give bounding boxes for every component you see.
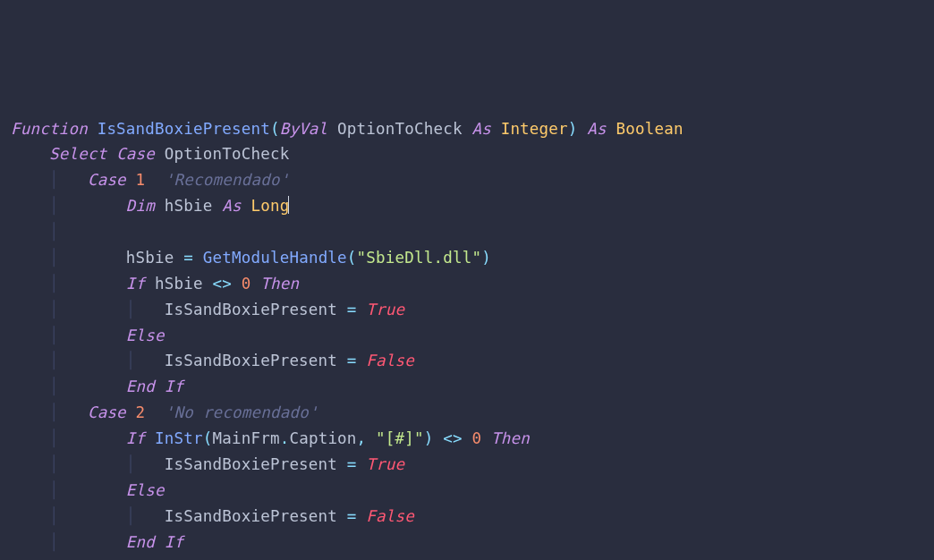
operator-neq: <> [213, 275, 232, 293]
keyword-case: Case [116, 145, 155, 163]
indent-guide [11, 197, 49, 215]
identifier: IsSandBoxiePresent [165, 301, 337, 318]
code-line: Function IsSandBoxiePresent(ByVal Option… [11, 120, 684, 138]
operator-assign: = [347, 455, 357, 473]
keyword-byval: ByVal [280, 120, 328, 138]
keyword-else: Else [126, 327, 165, 344]
comment: 'No recomendado' [165, 403, 318, 421]
paren-close: ) [424, 429, 434, 447]
operator-neq: <> [443, 429, 462, 447]
indent-guide [11, 301, 49, 318]
keyword-then: Then [491, 429, 530, 447]
code-line: │ End If [11, 378, 183, 395]
indent-guide: │ [49, 378, 88, 395]
code-line: │ │ IsSandBoxiePresent = False [11, 352, 414, 369]
paren-close: ) [568, 120, 578, 138]
paren-open: ( [270, 120, 280, 138]
dot-operator: . [280, 429, 290, 447]
indent-guide: │ [49, 429, 88, 447]
indent-guide: │ [49, 403, 88, 421]
identifier: IsSandBoxiePresent [165, 507, 337, 525]
paren-close: ) [481, 249, 491, 267]
indent-guide [88, 327, 126, 344]
indent-guide [11, 378, 49, 395]
identifier: hSbie [155, 275, 203, 293]
indent-guide [11, 327, 49, 344]
operator-assign: = [183, 249, 193, 267]
indent-guide: │ [49, 301, 88, 318]
type-long: Long [251, 197, 290, 215]
identifier: hSbie [126, 249, 174, 267]
keyword-as: As [222, 197, 241, 215]
function-call: InStr [155, 429, 203, 447]
operator-assign: = [347, 352, 357, 369]
string-literal: "[#]" [376, 429, 424, 447]
indent-guide [11, 171, 49, 189]
code-editor[interactable]: Function IsSandBoxiePresent(ByVal Option… [11, 116, 923, 561]
paren-open: ( [347, 249, 357, 267]
code-line: │ Case 2 'No recomendado' [11, 403, 318, 421]
keyword-if: If [165, 378, 183, 395]
indent-guide: │ [49, 223, 88, 241]
operator-assign: = [347, 301, 357, 318]
type-boolean: Boolean [616, 120, 684, 138]
indent-guide: │ [126, 507, 165, 525]
boolean-true: True [366, 301, 404, 318]
indent-guide: │ [49, 249, 88, 267]
indent-guide: │ [126, 301, 165, 318]
number-literal: 1 [136, 171, 146, 189]
code-line: │ If hSbie <> 0 Then [11, 275, 299, 293]
keyword-if: If [165, 533, 183, 551]
indent-guide: │ [49, 197, 88, 215]
code-line: │ End If [11, 533, 183, 551]
function-call: GetModuleHandle [203, 249, 347, 267]
indent-guide [88, 429, 126, 447]
indent-guide: │ [126, 352, 165, 369]
code-line: │ hSbie = GetModuleHandle("SbieDll.dll") [11, 249, 491, 267]
indent-guide [88, 197, 126, 215]
type-integer: Integer [501, 120, 568, 138]
indent-guide [88, 378, 126, 395]
indent-guide: │ [49, 275, 88, 293]
indent-guide [11, 507, 49, 525]
indent-guide [88, 507, 126, 525]
identifier: Caption [289, 429, 356, 447]
number-literal: 0 [242, 275, 251, 293]
indent-guide: │ [49, 507, 88, 525]
string-literal: "SbieDll.dll" [357, 249, 482, 267]
code-line: │ │ IsSandBoxiePresent = True [11, 455, 404, 473]
code-line: │ [11, 223, 88, 241]
code-line: │ Dim hSbie As Long [11, 197, 289, 215]
code-line: │ │ IsSandBoxiePresent = False [11, 507, 414, 525]
keyword-as: As [587, 120, 606, 138]
indent-guide [88, 275, 126, 293]
function-name: IsSandBoxiePresent [98, 120, 270, 138]
keyword-end: End [126, 533, 155, 551]
indent-guide [11, 429, 49, 447]
number-literal: 2 [136, 403, 146, 421]
indent-guide: │ [49, 455, 88, 473]
indent-guide: │ [126, 455, 165, 473]
indent-guide [88, 481, 126, 499]
indent-guide [11, 481, 49, 499]
indent-guide [11, 533, 49, 551]
indent-guide: │ [49, 171, 88, 189]
indent-guide: │ [49, 327, 88, 344]
indent-guide [11, 403, 49, 421]
comma: , [357, 429, 367, 447]
identifier: IsSandBoxiePresent [165, 455, 337, 473]
indent-guide [88, 455, 126, 473]
code-line: │ If InStr(MainFrm.Caption, "[#]") <> 0 … [11, 429, 530, 447]
code-line: │ Else [11, 327, 165, 344]
code-line: Select Case OptionToCheck [11, 145, 289, 163]
indent-guide: │ [49, 481, 88, 499]
keyword-then: Then [260, 275, 299, 293]
indent-guide [11, 455, 49, 473]
keyword-dim: Dim [126, 197, 155, 215]
text-cursor [288, 196, 289, 214]
keyword-else: Else [126, 481, 165, 499]
operator-assign: = [347, 507, 357, 525]
indent-guide [88, 533, 126, 551]
code-line: │ │ IsSandBoxiePresent = True [11, 301, 404, 318]
indent-guide: │ [49, 352, 88, 369]
